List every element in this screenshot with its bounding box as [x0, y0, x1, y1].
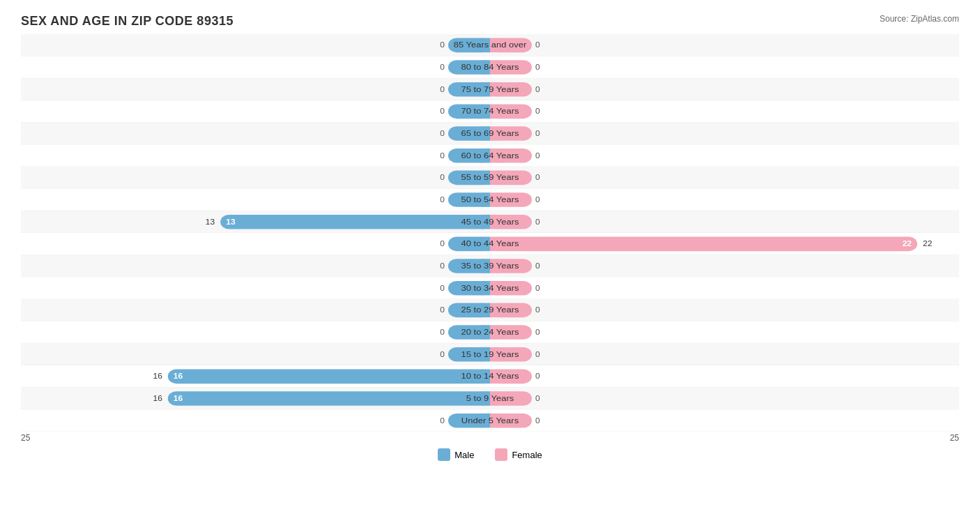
svg-text:13: 13 [206, 218, 215, 225]
svg-text:0: 0 [440, 85, 445, 93]
svg-text:0: 0 [440, 107, 445, 115]
svg-text:0: 0 [535, 218, 540, 225]
chart-area: 85 Years and over0080 to 84 Years0075 to… [21, 34, 959, 453]
svg-text:15 to 19 Years: 15 to 19 Years [461, 349, 519, 358]
svg-text:0: 0 [535, 151, 540, 159]
svg-text:0: 0 [440, 416, 445, 424]
svg-text:80 to 84 Years: 80 to 84 Years [461, 63, 519, 72]
chart-title: SEX AND AGE IN ZIP CODE 89315 [21, 14, 959, 29]
svg-text:0: 0 [535, 63, 540, 71]
svg-text:0: 0 [440, 41, 445, 49]
svg-text:0: 0 [440, 328, 445, 336]
svg-text:0: 0 [535, 284, 540, 291]
svg-text:65 to 69 Years: 65 to 69 Years [461, 129, 519, 138]
svg-text:30 to 34 Years: 30 to 34 Years [461, 283, 519, 292]
svg-text:22: 22 [923, 240, 932, 248]
svg-text:0: 0 [535, 174, 540, 181]
legend-female-color [495, 448, 507, 461]
svg-text:70 to 74 Years: 70 to 74 Years [461, 107, 519, 116]
svg-text:0: 0 [440, 306, 445, 314]
svg-text:22: 22 [903, 240, 912, 248]
main-chart-svg: 85 Years and over0080 to 84 Years0075 to… [21, 34, 959, 432]
legend-female: Female [495, 448, 542, 461]
chart-container: SEX AND AGE IN ZIP CODE 89315 Source: Zi… [0, 0, 980, 516]
svg-text:60 to 64 Years: 60 to 64 Years [461, 151, 519, 160]
svg-text:0: 0 [440, 196, 445, 204]
svg-text:35 to 39 Years: 35 to 39 Years [461, 261, 519, 271]
legend-male-color [438, 448, 450, 461]
svg-rect-146 [168, 391, 490, 406]
axis-right-label: 25 [950, 433, 959, 443]
svg-text:85 Years and over: 85 Years and over [454, 40, 527, 50]
svg-text:20 to 24 Years: 20 to 24 Years [461, 328, 519, 337]
svg-text:0: 0 [535, 262, 540, 270]
svg-text:0: 0 [535, 395, 540, 402]
svg-text:0: 0 [440, 130, 445, 137]
svg-text:10 to 14 Years: 10 to 14 Years [461, 372, 519, 381]
svg-text:16: 16 [153, 395, 162, 402]
svg-rect-137 [168, 370, 490, 384]
svg-text:0: 0 [535, 372, 540, 380]
svg-text:0: 0 [535, 350, 540, 358]
svg-text:0: 0 [440, 240, 445, 248]
svg-text:Under 5 Years: Under 5 Years [461, 416, 519, 425]
svg-text:16: 16 [174, 372, 183, 380]
legend-female-label: Female [512, 450, 542, 460]
legend: Male Female [21, 448, 959, 461]
svg-text:0: 0 [535, 130, 540, 137]
svg-text:16: 16 [174, 395, 183, 402]
svg-text:0: 0 [535, 85, 540, 93]
svg-text:75 to 79 Years: 75 to 79 Years [461, 84, 519, 93]
axis-left-label: 25 [21, 433, 30, 443]
legend-male-label: Male [454, 450, 474, 460]
svg-text:55 to 59 Years: 55 to 59 Years [461, 173, 519, 182]
svg-text:13: 13 [226, 218, 235, 225]
svg-text:40 to 44 Years: 40 to 44 Years [461, 239, 519, 248]
svg-text:0: 0 [440, 151, 445, 159]
svg-text:0: 0 [535, 306, 540, 314]
svg-text:0: 0 [535, 196, 540, 204]
legend-male: Male [438, 448, 474, 461]
svg-text:0: 0 [535, 416, 540, 424]
svg-rect-74 [220, 215, 490, 229]
svg-text:0: 0 [535, 328, 540, 336]
svg-text:5 to 9 Years: 5 to 9 Years [466, 394, 514, 403]
axis-labels: 25 25 [21, 433, 959, 443]
svg-text:50 to 54 Years: 50 to 54 Years [461, 195, 519, 204]
svg-text:16: 16 [153, 372, 162, 380]
svg-text:0: 0 [440, 63, 445, 71]
svg-text:25 to 29 Years: 25 to 29 Years [461, 305, 519, 314]
svg-text:0: 0 [440, 174, 445, 181]
svg-text:0: 0 [440, 262, 445, 270]
svg-text:0: 0 [440, 284, 445, 291]
svg-text:0: 0 [535, 41, 540, 49]
svg-rect-85 [490, 237, 917, 252]
svg-text:45 to 49 Years: 45 to 49 Years [461, 217, 519, 226]
source-text: Source: ZipAtlas.com [880, 14, 959, 24]
svg-text:0: 0 [440, 350, 445, 358]
svg-text:0: 0 [535, 107, 540, 115]
